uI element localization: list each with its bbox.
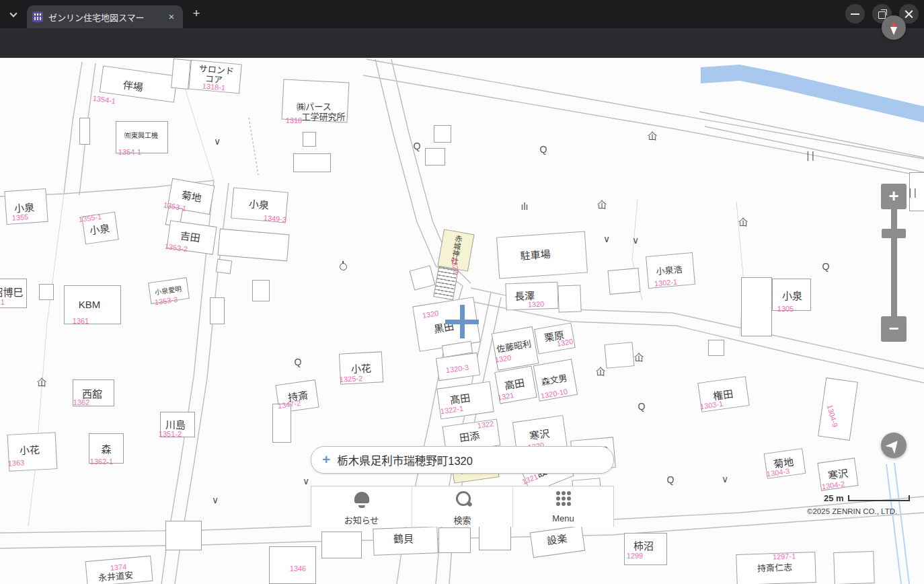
map-building-label: 鶴貝 — [393, 531, 414, 545]
map-symbol: 仚 — [738, 215, 748, 228]
map-symbol: Q — [822, 261, 830, 272]
map-building-label: 伴場 — [122, 77, 145, 94]
map-symbol: 仚 — [648, 129, 657, 142]
bell-icon — [354, 492, 369, 503]
map-lot-number: 1351-2 — [159, 430, 182, 438]
map-building — [216, 259, 233, 275]
river — [701, 65, 924, 122]
map-building-label: 設楽 — [546, 531, 568, 548]
map-building — [708, 340, 724, 356]
tab-search-chevron-icon[interactable] — [8, 8, 19, 19]
map-symbol: | | — [806, 150, 814, 161]
map-symbol: ∨ — [303, 476, 309, 486]
map-building — [303, 132, 316, 147]
map-scale: 25 m — [824, 493, 910, 503]
map-building-label: 小花 — [19, 442, 40, 458]
bottom-navigation: お知らせ 検索 Menu — [311, 486, 614, 527]
window-minimize-button[interactable] — [845, 4, 865, 24]
nav-search[interactable]: 検索 — [412, 486, 512, 527]
nav-menu[interactable]: Menu — [512, 486, 613, 527]
search-address-text: 栃木県足利市瑞穂野町1320 — [337, 452, 473, 468]
map-building — [272, 404, 291, 443]
current-location-button[interactable] — [881, 433, 907, 458]
plus-crosshair-icon: + — [322, 451, 330, 468]
map-symbol: Q — [667, 474, 675, 485]
nav-menu-label: Menu — [513, 513, 613, 523]
map-center-cross-marker — [445, 305, 479, 338]
map-building-label: 小泉 — [89, 221, 111, 238]
map-road — [367, 59, 924, 159]
map-building — [833, 551, 875, 584]
map-symbol: ∨ — [722, 474, 728, 484]
browser-toolbar: ← → app.zip-site.com/smt/app/map.htm ★ — [0, 28, 924, 58]
map-symbol: Q — [638, 401, 646, 412]
map-building-label: 小泉 — [782, 288, 802, 302]
zoom-out-button[interactable]: − — [881, 316, 907, 342]
map-building — [210, 297, 225, 324]
map-building-label: ㈲東興工機 — [124, 130, 158, 140]
map-symbol: 仚 — [37, 375, 46, 388]
map-building — [39, 284, 54, 300]
map-lot-number: 1325-2 — [340, 374, 363, 384]
map-building-label: 工学研究所 — [301, 110, 345, 122]
browser-tab-strip: ゼンリン住宅地図スマー × + — [0, 0, 924, 28]
new-tab-button[interactable]: + — [190, 7, 203, 20]
map-symbol: 仚 — [596, 364, 605, 377]
well-symbol — [340, 263, 347, 270]
menu-grid-icon — [556, 491, 560, 495]
map-building — [434, 125, 451, 143]
map-symbol: ∨ — [632, 235, 639, 246]
map-lot-number: 1363 — [7, 458, 24, 467]
map-building-label: 寒沢 — [529, 426, 551, 443]
zenrin-favicon — [32, 11, 43, 22]
map-building-label: 小花 — [350, 361, 371, 376]
map-lot-number: 1318 — [286, 116, 302, 124]
map-building-label: 森 — [101, 441, 111, 455]
map-road — [28, 194, 64, 526]
map-symbol: 仚 — [634, 350, 644, 363]
zoom-in-button[interactable]: + — [881, 184, 907, 209]
map-lot-number: 1354-1 — [118, 148, 141, 156]
map-building — [252, 280, 270, 301]
map-lot-number: 1305 — [777, 305, 794, 313]
map-lot-number: 1320 — [528, 300, 545, 309]
search-icon — [456, 491, 471, 506]
zoom-slider-handle[interactable] — [882, 229, 906, 238]
map-road — [249, 118, 258, 175]
compass-button[interactable] — [882, 15, 906, 40]
map-lot-number: 1299 — [627, 552, 643, 560]
map-building — [425, 148, 445, 166]
map-symbol: | | — [909, 187, 916, 198]
map-building-label: 柿沼 — [633, 538, 654, 552]
map-building — [608, 268, 641, 295]
map-building — [479, 526, 511, 550]
map-building — [605, 342, 635, 369]
address-search-bar[interactable]: + 栃木県足利市瑞穂野町1320 — [311, 446, 614, 474]
map-symbol: ∨ — [214, 136, 221, 147]
map-lot-number: 1361 — [73, 317, 89, 325]
map-stream — [886, 464, 901, 584]
copyright-notice: ©2025 ZENRIN CO., LTD. — [807, 507, 897, 515]
map-building-label: 田添 — [459, 428, 481, 445]
map-symbol: Q — [414, 141, 421, 151]
map-building-label: 吉田 — [180, 228, 202, 245]
map-building-label: 駐車場 — [520, 246, 551, 262]
tab-close-icon[interactable]: × — [165, 11, 178, 23]
browser-tab[interactable]: ゼンリン住宅地図スマー × — [27, 5, 183, 28]
map-symbol: ılı — [521, 201, 529, 212]
map-road — [705, 126, 924, 172]
nav-notifications[interactable]: お知らせ — [311, 486, 412, 527]
map-building-label: 小泉 — [248, 196, 270, 212]
map-building — [741, 277, 772, 336]
map-symbol: Q — [540, 144, 547, 155]
map-building-label: 寒沢 — [827, 466, 849, 482]
zoom-slider-track[interactable] — [891, 209, 897, 319]
map-lot-number: -1 — [0, 298, 5, 306]
nav-search-label: 検索 — [412, 513, 512, 526]
map-lot-number: 1297-1 — [773, 552, 796, 560]
tab-title: ゼンリン住宅地図スマー — [48, 11, 165, 24]
scale-bar — [848, 495, 910, 501]
map-building — [79, 118, 90, 145]
map-building — [165, 521, 202, 550]
map-lot-number: 1346 — [290, 564, 306, 573]
